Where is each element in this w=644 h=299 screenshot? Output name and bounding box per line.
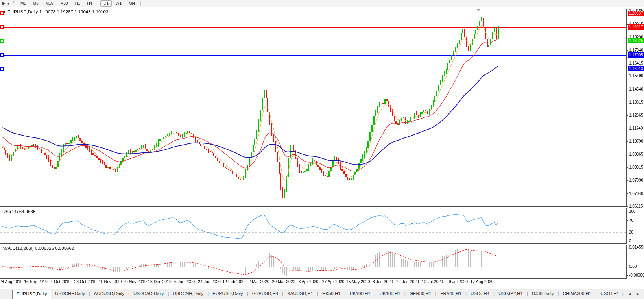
date-tick-label: 27 Apr 2020 [322,279,345,284]
chart-tab-usdjpy-h1[interactable]: USDJPY,H1 [495,289,527,299]
date-tick-label: 23 Oct 2019 [74,279,96,284]
tab-scroll-left-icon[interactable]: ◄ [626,292,634,296]
chart-tab-usdchf-daily[interactable]: USDCHF,Daily [51,289,89,299]
date-tick-label: 2 Mar 2020 [248,279,269,284]
hline-price-box: 1.19017 [628,24,644,30]
toolbar-grip [13,1,14,6]
rsi-tick-mark [627,220,628,221]
timeframe-button-h1[interactable]: H1 [72,0,83,7]
mt4-chart-window: ▼ M1M5M15M30H1H4D1W1MN ▼ EURUSD,Daily 1.… [0,0,644,299]
hline-handle[interactable] [0,39,4,43]
hline-handle[interactable] [0,67,4,71]
price-chart-canvas[interactable] [0,0,627,280]
chart-tab-uk100-h1[interactable]: UK100,H1 [376,289,404,299]
date-tick-label: 17 Aug 2020 [471,279,494,284]
timeframe-button-m30[interactable]: M30 [57,0,71,7]
chart-tab-bar: EURUSD,DailyUSDCHF,Daily|AUDUSD,Daily|US… [0,289,644,299]
price-tick-mark [627,89,628,89]
chart-tab-dj30-daily[interactable]: DJ30,Daily [528,289,558,299]
date-tick-label: 29 Nov 2019 [123,279,147,284]
price-tick-mark [627,154,628,154]
price-tick-label: 1.16415 [629,61,643,65]
chart-tab-eurusd-daily[interactable]: EURUSD,Daily [209,289,247,299]
hline-price-box: 1.18025 [628,38,644,43]
timeframe-button-mn[interactable]: MN [125,0,138,7]
date-tick-label: 11 Nov 2019 [99,279,122,284]
chart-tab-hk50-h1[interactable]: HK50,H1 [318,289,345,299]
timeframe-button-m15[interactable]: M15 [42,0,56,7]
date-tick-label: 6 Jan 2020 [174,279,195,284]
macd-tick-label: 0.014556 [629,245,644,249]
timeframe-button-d1[interactable]: D1 [100,0,112,7]
chart-tab-usoil-h4[interactable]: USOil,H4 [467,289,493,299]
date-tick-label: 18 Dec 2019 [148,279,172,284]
hline-price-box: 1.17005 [628,52,644,58]
macd-tick-mark [627,275,628,276]
rsi-tick-label: 70 [629,218,633,223]
price-tick-label: 1.14540 [629,87,643,91]
price-tick-mark [627,128,628,128]
timeframe-button-m5[interactable]: M5 [30,0,42,7]
price-tick-mark [627,63,628,63]
chart-tab-ger30-h1[interactable]: GER30,H1 [406,289,435,299]
price-tick-mark [627,50,628,51]
chart-tab-xauusd-h1[interactable]: XAUUSD,H1 [283,289,317,299]
chart-tab-usoil-h1[interactable]: USOil,H1 [596,289,623,299]
timeframe-button-m1[interactable]: M1 [17,0,29,7]
hline-handle[interactable] [0,53,4,57]
chart-tab-uk100-h1[interactable]: UK100,H1 [346,289,375,299]
rsi-tick-label: 0 [629,239,631,243]
toolbar-separator [140,1,141,6]
timeframe-toolbar: ▼ M1M5M15M30H1H4D1W1MN [0,0,644,7]
chart-tab-gbpusd-h4[interactable]: GBPUSD,H4 [248,289,282,299]
tab-nav: | ◄ ► [622,289,642,299]
chart-tab-usdcad-daily[interactable]: USDCAD,Daily [129,289,168,299]
date-tick-label: 10 Jul 2020 [422,279,443,284]
macd-tick-mark [627,247,628,247]
price-tick-label: 1.13615 [629,100,643,104]
price-tick-mark [627,37,628,37]
chart-tab-fra40-h1[interactable]: FRA40,H1 [436,289,465,299]
chart-shift-marker-icon [477,9,480,11]
date-tick-label: 3 Jun 2020 [373,279,393,284]
date-tick-label: 29 Jul 2020 [447,279,468,284]
price-tick-mark [627,76,628,76]
tab-scroll-right-icon[interactable]: ► [634,292,642,296]
timeframe-button-w1[interactable]: W1 [113,0,125,7]
price-tick-label: 1.17340 [629,48,643,52]
price-tick-label: 1.06115 [629,204,643,208]
price-tick-mark [627,115,628,116]
price-tick-label: 1.07040 [629,191,643,196]
toolbar-separator [98,1,98,6]
price-tick-mark [627,180,628,181]
tab-bar-lead [0,289,12,299]
rsi-tick-label: 100 [629,209,636,214]
price-tick-mark [627,102,628,102]
date-tick-label: 8 Apr 2020 [299,279,319,284]
timeframe-button-h4[interactable]: H4 [84,0,95,7]
macd-tick-label: 0.00 [629,264,637,269]
rsi-label: RSI(14) 64.9665 [2,209,35,214]
price-tick-label: 1.10790 [629,139,643,143]
chart-title: EURUSD,Daily 1.19078 1.19287 1.19043 1.1… [7,9,108,14]
price-tick-label: 1.12665 [629,113,643,117]
chart-tab-usdcnh-daily[interactable]: USDCNH,Daily [169,289,207,299]
macd-label: MACD(12,26,9) 0.005325 0.005662 [2,246,74,251]
price-tick-mark [627,206,628,207]
chart-tab-eurusd-daily[interactable]: EURUSD,Daily [12,290,51,299]
hline-handle[interactable] [0,11,4,15]
rsi-tick-mark [627,212,628,212]
chart-tab-audusd-daily[interactable]: AUDUSD,Daily [90,289,128,299]
hline-handle[interactable] [0,25,4,29]
cursor-icon [1,1,6,6]
timeframe-buttons: M1M5M15M30H1H4D1W1MN [17,0,143,7]
date-tick-label: 22 Jun 2020 [396,279,419,284]
chart-tab-china300-h1[interactable]: CHINA300,H1 [559,289,595,299]
rsi-tick-mark [627,241,628,241]
rsi-tick-mark [627,232,628,232]
price-tick-mark [627,193,628,194]
cursor-tool-dropdown-icon[interactable]: ▼ [7,2,10,5]
date-tick-label: 15 May 2020 [346,279,370,284]
cursor-tool-icon[interactable] [1,1,6,6]
price-tick-mark [627,141,628,142]
